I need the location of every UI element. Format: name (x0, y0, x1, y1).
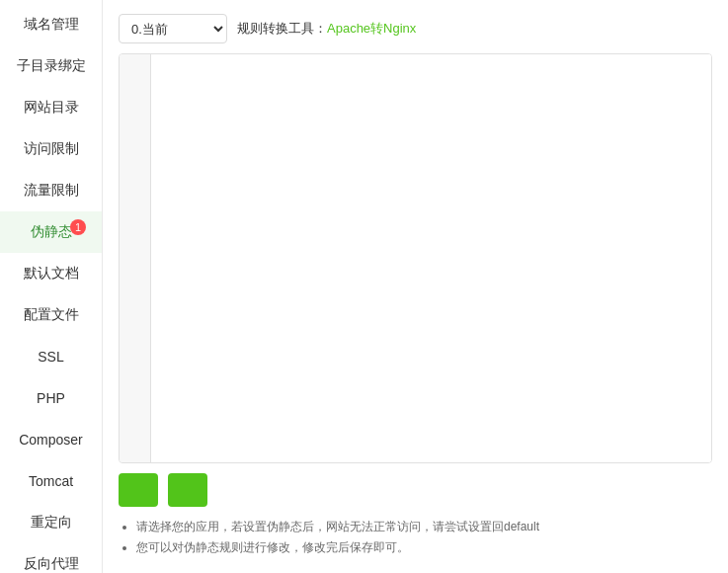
version-select[interactable]: 0.当前 (119, 14, 227, 43)
convert-prefix: 规则转换工具： (237, 21, 327, 36)
line-numbers (120, 54, 151, 462)
sidebar-item-config-file[interactable]: 配置文件 (0, 294, 102, 336)
sidebar-item-subdirectory-bind[interactable]: 子目录绑定 (0, 45, 102, 87)
sidebar-badge-pseudo-static: 1 (70, 219, 86, 235)
tip-item: 请选择您的应用，若设置伪静态后，网站无法正常访问，请尝试设置回default (136, 517, 712, 538)
sidebar-item-traffic-limit[interactable]: 流量限制 (0, 170, 102, 211)
sidebar: 域名管理子目录绑定网站目录访问限制流量限制伪静态1默认文档配置文件SSLPHPC… (0, 0, 103, 573)
editor-textarea[interactable] (151, 54, 711, 462)
sidebar-item-reverse-proxy[interactable]: 反向代理 (0, 543, 102, 573)
sidebar-item-ssl[interactable]: SSL (0, 336, 102, 377)
main-content: 0.当前 规则转换工具：Apache转Nginx 请选择您的应用，若设置伪静态后… (103, 0, 728, 573)
sidebar-item-composer[interactable]: Composer (0, 419, 102, 460)
convert-link[interactable]: Apache转Nginx (327, 21, 416, 36)
convert-label: 规则转换工具：Apache转Nginx (237, 20, 416, 38)
save-as-template-button[interactable] (168, 473, 207, 507)
tip-item: 您可以对伪静态规则进行修改，修改完后保存即可。 (136, 537, 712, 559)
sidebar-item-tomcat[interactable]: Tomcat (0, 460, 102, 502)
tips-list: 请选择您的应用，若设置伪静态后，网站无法正常访问，请尝试设置回default您可… (119, 517, 712, 559)
sidebar-item-pseudo-static[interactable]: 伪静态1 (0, 211, 102, 253)
sidebar-item-default-doc[interactable]: 默认文档 (0, 253, 102, 294)
sidebar-item-redirect[interactable]: 重定向 (0, 502, 102, 543)
editor-wrapper (119, 53, 712, 463)
sidebar-item-domain-manage[interactable]: 域名管理 (0, 4, 102, 45)
action-buttons (119, 473, 712, 507)
save-button[interactable] (119, 473, 158, 507)
sidebar-item-website-dir[interactable]: 网站目录 (0, 87, 102, 128)
sidebar-item-php[interactable]: PHP (0, 377, 102, 419)
toolbar: 0.当前 规则转换工具：Apache转Nginx (119, 14, 712, 43)
sidebar-item-access-limit[interactable]: 访问限制 (0, 128, 102, 170)
